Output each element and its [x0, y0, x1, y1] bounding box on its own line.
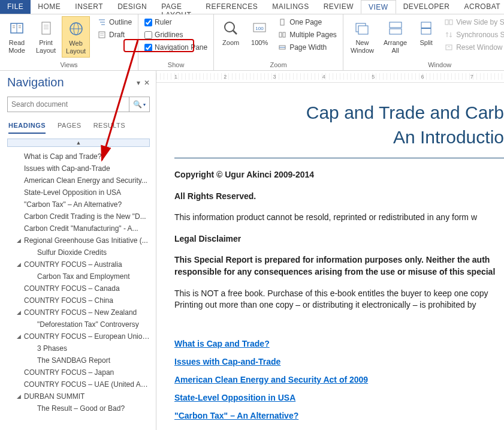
ruler-mark: 6 — [421, 74, 424, 80]
search-input[interactable] — [8, 97, 129, 112]
zoom-group-label: Zoom — [218, 60, 339, 70]
heading-item[interactable]: The Result – Good or Bad? — [7, 402, 150, 414]
print-layout-button[interactable]: Print Layout — [32, 16, 59, 56]
heading-item[interactable]: COUNTRY FOCUS – Japan — [7, 366, 150, 378]
zoom-icon — [221, 19, 240, 38]
nav-jump-top[interactable]: ▲ — [7, 139, 150, 147]
nav-close-icon[interactable]: ✕ — [144, 79, 150, 87]
search-button[interactable]: 🔍 ▾ — [129, 97, 149, 112]
ribbon-group-views: Read Mode Print Layout Web Layout Outlin… — [0, 14, 138, 70]
print-layout-icon — [37, 19, 56, 38]
heading-text: COUNTRY FOCUS – China — [24, 296, 113, 305]
heading-text: COUNTRY FOCUS – European Union... — [24, 332, 150, 341]
nav-tab-pages[interactable]: PAGES — [58, 122, 82, 134]
zoom-100-button[interactable]: 100 100% — [246, 16, 273, 49]
zoom-button[interactable]: Zoom — [218, 16, 244, 49]
read-mode-button[interactable]: Read Mode — [4, 16, 30, 56]
page-width-button[interactable]: Page Width — [275, 41, 339, 53]
heading-item[interactable]: "Deforestation Tax" Controversy — [7, 318, 150, 330]
toc-link[interactable]: "Carbon Tax" – An Alternative? — [174, 411, 504, 420]
heading-item[interactable]: ◢COUNTRY FOCUS – European Union... — [7, 330, 150, 342]
heading-item[interactable]: ◢COUNTRY FOCUS – Australia — [7, 258, 150, 270]
outline-label: Outline — [109, 18, 132, 26]
heading-item[interactable]: COUNTRY FOCUS – China — [7, 294, 150, 306]
multi-pages-button[interactable]: Multiple Pages — [275, 29, 339, 41]
heading-text: The Result – Good or Bad? — [37, 404, 125, 413]
views-group-label: Views — [4, 60, 134, 70]
heading-item[interactable]: Carbon Tax and Employment — [7, 270, 150, 282]
heading-item[interactable]: COUNTRY FOCUS – Canada — [7, 282, 150, 294]
heading-item[interactable]: ◢DURBAN SUMMIT — [7, 390, 150, 402]
draft-button[interactable]: Draft — [95, 29, 134, 41]
heading-item[interactable]: ◢COUNTRY FOCUS – New Zealand — [7, 306, 150, 318]
heading-item[interactable]: What is Cap and Trade? — [7, 151, 150, 163]
new-window-button[interactable]: New Window — [347, 16, 378, 56]
tab-home[interactable]: HOME — [31, 0, 68, 14]
toc-link[interactable]: State-Level Opposition in USA — [174, 393, 504, 402]
heading-item[interactable]: ◢Regional Greenhouse Gas Initiative (... — [7, 234, 150, 246]
arrange-all-icon — [386, 19, 405, 38]
heading-text: "Deforestation Tax" Controversy — [37, 320, 139, 329]
nav-tab-results[interactable]: RESULTS — [93, 122, 125, 134]
svg-rect-34 — [445, 20, 448, 25]
navpane-checkbox[interactable]: Navigation Pane — [142, 41, 210, 53]
heading-text: What is Cap and Trade? — [24, 152, 101, 161]
tab-review[interactable]: REVIEW — [316, 0, 361, 14]
heading-item[interactable]: The SANDBAG Report — [7, 354, 150, 366]
heading-text: COUNTRY FOCUS – Australia — [24, 260, 122, 269]
split-button[interactable]: Split — [413, 16, 439, 49]
heading-text: Regional Greenhouse Gas Initiative (... — [24, 236, 148, 245]
heading-item[interactable]: Issues with Cap-and-Trade — [7, 163, 150, 175]
tab-file[interactable]: FILE — [0, 0, 31, 14]
outline-button[interactable]: Outline — [95, 16, 134, 28]
read-mode-icon — [7, 19, 26, 38]
heading-item[interactable]: Carbon Credit "Manufacturing" - A... — [7, 222, 150, 234]
side-by-side-icon — [444, 17, 454, 27]
heading-text: Carbon Tax and Employment — [37, 272, 130, 281]
heading-item[interactable]: Carbon Credit Trading is the New "D... — [7, 211, 150, 222]
arrange-all-button[interactable]: Arrange All — [380, 16, 411, 56]
search-dropdown-icon: ▾ — [143, 102, 146, 107]
heading-item[interactable]: Sulfur Dioxide Credits — [7, 246, 150, 258]
heading-text: American Clean Energy and Security... — [24, 176, 147, 185]
ruler-checkbox[interactable]: Ruler — [142, 16, 210, 28]
ruler[interactable]: 1234567 — [156, 71, 504, 83]
heading-text: Issues with Cap-and-Trade — [24, 164, 110, 173]
reset-position-button: Reset Window Position — [442, 41, 504, 53]
tab-insert[interactable]: INSERT — [68, 0, 110, 14]
toc-link[interactable]: Issues with Cap-and-Trade — [174, 357, 504, 366]
heading-item[interactable]: American Clean Energy and Security... — [7, 175, 150, 187]
title-rule — [174, 158, 504, 158]
heading-item[interactable]: State-Level Opposition in USA — [7, 187, 150, 199]
web-layout-button[interactable]: Web Layout — [62, 16, 90, 58]
tab-view[interactable]: VIEW — [361, 0, 396, 14]
heading-item[interactable]: COUNTRY FOCUS – UAE (United Ara... — [7, 378, 150, 390]
document-body[interactable]: Cap and Trade and Carb An Introductio Co… — [156, 83, 504, 420]
disclaimer-body: This Special Report is prepared for info… — [174, 254, 504, 278]
ruler-check-input[interactable] — [144, 19, 152, 26]
heading-text: The SANDBAG Report — [37, 356, 110, 365]
sync-scroll-button: Synchronous Scrolling — [442, 29, 504, 41]
tab-acrobat[interactable]: ACROBAT — [457, 0, 504, 14]
gridlines-check-input[interactable] — [144, 31, 152, 39]
tab-design[interactable]: DESIGN — [110, 0, 154, 14]
caret-icon: ◢ — [17, 261, 24, 267]
tab-developer[interactable]: DEVELOPER — [396, 0, 457, 14]
headings-list: What is Cap and Trade?Issues with Cap-an… — [7, 151, 150, 430]
nav-dropdown-icon[interactable]: ▾ — [137, 79, 140, 87]
tab-references[interactable]: REFERENCES — [198, 0, 265, 14]
one-page-button[interactable]: One Page — [275, 16, 339, 28]
tab-pagelayout[interactable]: PAGE LAYOUT — [154, 0, 198, 14]
search-box[interactable]: 🔍 ▾ — [7, 97, 150, 112]
side-by-side-button: View Side by Side — [442, 16, 504, 28]
heading-text: COUNTRY FOCUS – Japan — [24, 368, 114, 377]
nav-tab-headings[interactable]: HEADINGS — [8, 122, 46, 134]
heading-item[interactable]: "Carbon Tax" – An Alternative? — [7, 199, 150, 211]
toc-link[interactable]: What is Cap and Trade? — [174, 339, 504, 348]
navpane-check-input[interactable] — [144, 44, 152, 52]
heading-item[interactable]: 3 Phases — [7, 342, 150, 354]
toc-link[interactable]: American Clean Energy and Security Act o… — [174, 375, 504, 384]
gridlines-checkbox[interactable]: Gridlines — [142, 29, 210, 41]
tab-mailings[interactable]: MAILINGS — [265, 0, 316, 14]
zoom-100-icon: 100 — [250, 19, 269, 38]
